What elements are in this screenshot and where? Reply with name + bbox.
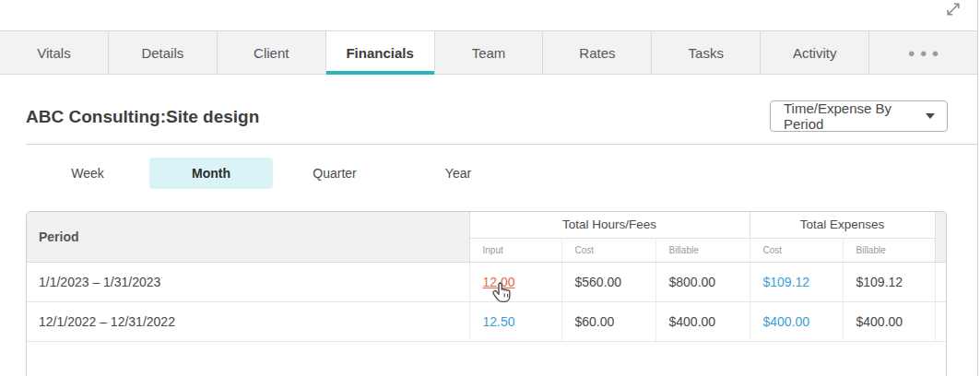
tab-label: Vitals	[37, 45, 70, 61]
toggle-label: Quarter	[313, 166, 356, 181]
column-header-period: Period	[27, 212, 469, 262]
period-toggle-group: Week Month Quarter Year	[26, 158, 520, 189]
input-hours-link[interactable]: 12.50	[483, 314, 515, 329]
tab-tasks[interactable]: Tasks	[652, 31, 761, 74]
cell-period: 12/1/2022 – 12/31/2022	[27, 301, 469, 341]
tab-rates[interactable]: Rates	[543, 31, 652, 74]
tab-label: Details	[141, 45, 183, 61]
ellipsis-icon: ●●●	[903, 46, 944, 60]
caret-down-icon	[926, 113, 935, 119]
tab-team[interactable]: Team	[435, 31, 544, 74]
tab-financials[interactable]: Financials	[326, 31, 435, 74]
cell-hours-cost: $60.00	[561, 301, 655, 341]
tab-client[interactable]: Client	[218, 31, 326, 74]
tab-label: Activity	[793, 45, 837, 61]
cell-input: 12.00	[469, 262, 561, 301]
header-filler-cell	[935, 212, 946, 262]
subheader-hours-billable: Billable	[655, 238, 750, 262]
tab-label: Rates	[579, 45, 615, 61]
view-selector-dropdown[interactable]: Time/Expense By Period	[770, 100, 948, 132]
input-hours-link[interactable]: 12.00	[483, 275, 515, 289]
toggle-week[interactable]: Week	[26, 158, 149, 189]
expand-icon[interactable]	[945, 1, 962, 18]
tab-activity[interactable]: Activity	[761, 31, 869, 74]
toggle-label: Week	[71, 166, 104, 181]
tab-vitals[interactable]: Vitals	[0, 31, 109, 74]
toggle-quarter[interactable]: Quarter	[273, 158, 396, 189]
tab-bar: Vitals Details Client Financials Team Ra…	[0, 30, 977, 75]
toggle-year[interactable]: Year	[396, 158, 520, 189]
table-row: 12/1/2022 – 12/31/2022 12.50 $60.00 $400…	[27, 301, 946, 341]
expenses-cost-link[interactable]: $400.00	[763, 314, 810, 329]
toggle-month[interactable]: Month	[149, 158, 273, 189]
table-empty-row	[27, 341, 946, 376]
cell-hours-billable: $800.00	[655, 262, 750, 301]
tab-label: Client	[254, 45, 289, 61]
toggle-label: Year	[445, 166, 471, 181]
time-expense-table: Period Total Hours/Fees Total Expenses I…	[26, 211, 947, 376]
toggle-label: Month	[192, 166, 230, 181]
cell-period: 1/1/2023 – 1/31/2023	[27, 262, 469, 301]
subheader-hours-cost: Cost	[561, 238, 655, 262]
page-title: ABC Consulting:Site design	[26, 107, 259, 127]
cell-expenses-billable: $400.00	[843, 301, 935, 341]
cell-hours-cost: $560.00	[561, 262, 655, 301]
subheader-input: Input	[469, 238, 561, 262]
expenses-cost-link[interactable]: $109.12	[763, 275, 810, 289]
project-financials-page: Vitals Details Client Financials Team Ra…	[0, 0, 980, 376]
cell-hours-billable: $400.00	[655, 301, 750, 341]
cell-filler	[935, 301, 946, 341]
tab-more[interactable]: ●●●	[869, 31, 977, 74]
view-selector-value: Time/Expense By Period	[784, 100, 926, 132]
subheader-expenses-billable: Billable	[843, 238, 935, 262]
table-row: 1/1/2023 – 1/31/2023 12.00 $560.00 $800.…	[27, 262, 946, 301]
table-group-header-row: Period Total Hours/Fees Total Expenses	[27, 212, 946, 238]
cell-expenses-billable: $109.12	[843, 262, 935, 301]
panel-right-edge	[977, 0, 978, 376]
tab-label: Team	[472, 45, 506, 61]
tab-details[interactable]: Details	[109, 31, 218, 74]
tab-label: Tasks	[689, 45, 724, 61]
cell-expenses-cost: $400.00	[750, 301, 843, 341]
cell-filler	[935, 262, 946, 301]
tab-label: Financials	[346, 45, 413, 61]
cell-input: 12.50	[469, 301, 561, 341]
subheader-expenses-cost: Cost	[750, 238, 843, 262]
cell-expenses-cost: $109.12	[750, 262, 843, 301]
group-header-total-hours-fees: Total Hours/Fees	[469, 212, 750, 238]
header-divider	[26, 144, 977, 145]
group-header-total-expenses: Total Expenses	[750, 212, 935, 238]
